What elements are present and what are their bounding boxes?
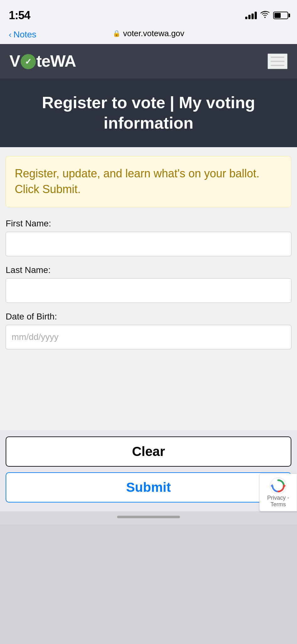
lock-icon: 🔒 (113, 30, 121, 37)
dob-label: Date of Birth: (6, 312, 291, 322)
status-icons (245, 11, 288, 20)
url-text: voter.votewa.gov (123, 29, 184, 38)
first-name-input[interactable] (6, 232, 291, 256)
dob-input[interactable] (6, 325, 291, 349)
site-header: VteWA (0, 44, 297, 79)
back-button[interactable]: ‹ Notes (9, 30, 36, 40)
last-name-label: Last Name: (6, 265, 291, 275)
separator: - (287, 495, 289, 501)
submit-button[interactable]: Submit (6, 472, 291, 502)
last-name-group: Last Name: (6, 265, 291, 303)
status-time: 1:54 (9, 9, 30, 22)
site-logo: VteWA (9, 53, 76, 70)
dob-group: Date of Birth: (6, 312, 291, 349)
main-content: Register, update, and learn what's on yo… (0, 147, 297, 430)
browser-nav-bar: ‹ Notes 🔒 voter.votewa.gov (0, 28, 297, 44)
back-label: Notes (14, 30, 36, 40)
logo-checkmark-icon (21, 54, 36, 69)
first-name-label: First Name: (6, 219, 291, 229)
hero-banner: Register to vote | My voting information (0, 79, 297, 147)
clear-button[interactable]: Clear (6, 436, 291, 467)
recaptcha-privacy-terms: Privacy - Terms (264, 495, 292, 508)
privacy-link[interactable]: Privacy (267, 495, 286, 501)
battery-icon (273, 12, 288, 19)
recaptcha-logo-icon (269, 477, 287, 495)
first-name-group: First Name: (6, 219, 291, 256)
wifi-icon (261, 11, 269, 20)
hamburger-menu-button[interactable] (267, 53, 288, 69)
hamburger-line-1 (271, 57, 284, 58)
back-chevron-icon: ‹ (9, 30, 12, 40)
hero-title: Register to vote | My voting information (9, 92, 288, 133)
terms-link[interactable]: Terms (271, 501, 286, 508)
status-bar: 1:54 (0, 0, 297, 28)
recaptcha-badge: Privacy - Terms (259, 474, 297, 511)
last-name-input[interactable] (6, 278, 291, 303)
hamburger-line-3 (271, 65, 284, 66)
info-box-text: Register, update, and learn what's on yo… (15, 166, 282, 197)
info-box: Register, update, and learn what's on yo… (6, 156, 291, 207)
buttons-section: Clear Submit Privacy - Terms (0, 430, 297, 511)
hamburger-line-2 (271, 61, 284, 62)
home-indicator (117, 516, 180, 518)
logo-text: VteWA (9, 53, 76, 70)
address-bar[interactable]: 🔒 voter.votewa.gov (113, 27, 184, 42)
signal-icon (245, 12, 257, 19)
home-indicator-bar (0, 511, 297, 525)
